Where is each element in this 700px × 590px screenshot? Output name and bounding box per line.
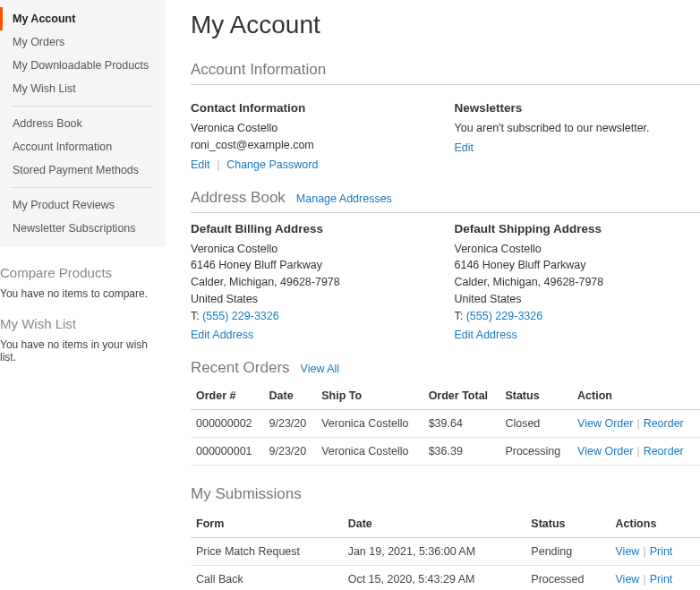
- billing-country: United States: [191, 291, 437, 308]
- col-date: Date: [343, 510, 526, 538]
- reorder-link[interactable]: Reorder: [644, 417, 684, 430]
- reorder-link[interactable]: Reorder: [644, 445, 684, 457]
- view-order-link[interactable]: View Order: [577, 445, 633, 457]
- view-submission-link[interactable]: View: [616, 573, 640, 586]
- shipping-street: 6146 Honey Bluff Parkway: [455, 257, 701, 274]
- page-title: My Account: [191, 11, 700, 39]
- edit-contact-link[interactable]: Edit: [191, 158, 210, 171]
- view-order-link[interactable]: View Order: [577, 417, 633, 430]
- billing-phone-label: T:: [191, 310, 202, 322]
- col-date: Date: [264, 382, 317, 410]
- col-form: Form: [191, 510, 343, 538]
- col-status: Status: [499, 382, 572, 410]
- billing-street: 6146 Honey Bluff Parkway: [191, 257, 437, 274]
- recent-orders-table: Order # Date Ship To Order Total Status …: [191, 382, 700, 466]
- wishlist-empty: You have no items in your wish list.: [0, 338, 166, 363]
- nav-newsletter[interactable]: Newsletter Subscriptions: [0, 217, 166, 240]
- submission-form: Price Match Request: [191, 538, 343, 566]
- view-submission-link[interactable]: View: [616, 545, 640, 558]
- compare-block: Compare Products You have no items to co…: [0, 265, 166, 300]
- order-id: 000000001: [191, 438, 264, 466]
- order-status: Closed: [499, 410, 572, 438]
- billing-name: Veronica Costello: [191, 241, 437, 258]
- nav-divider: [13, 187, 153, 188]
- submissions-table: Form Date Status Actions Price Match Req…: [191, 510, 700, 590]
- compare-title: Compare Products: [0, 265, 166, 280]
- account-info-heading: Account Information: [191, 61, 700, 85]
- order-date: 9/23/20: [264, 410, 317, 438]
- col-action: Action: [572, 382, 700, 410]
- order-row: 000000002 9/23/20 Veronica Costello $39.…: [191, 410, 700, 438]
- shipping-phone[interactable]: (555) 229-3326: [466, 310, 542, 322]
- nav-account-info[interactable]: Account Information: [0, 135, 166, 158]
- billing-city: Calder, Michigan, 49628-7978: [191, 274, 437, 291]
- submission-date: Oct 15, 2020, 5:43:29 AM: [343, 566, 526, 590]
- col-actions: Actions: [610, 510, 701, 538]
- nav-my-account[interactable]: My Account: [0, 7, 166, 30]
- newsletter-title: Newsletters: [455, 101, 701, 115]
- order-total: $36.39: [423, 438, 500, 466]
- order-status: Processing: [499, 438, 572, 466]
- submission-status: Processed: [525, 566, 610, 590]
- nav-reviews[interactable]: My Product Reviews: [0, 193, 166, 217]
- sidebar-nav: My Account My Orders My Downloadable Pro…: [0, 0, 166, 247]
- order-shipto: Veronica Costello: [316, 438, 423, 466]
- submission-row: Price Match Request Jan 19, 2021, 5:36:0…: [191, 538, 700, 566]
- billing-phone[interactable]: (555) 229-3326: [202, 310, 278, 322]
- order-id: 000000002: [191, 410, 264, 438]
- separator: |: [643, 573, 645, 586]
- billing-title: Default Billing Address: [191, 222, 437, 235]
- wishlist-title: My Wish List: [0, 316, 166, 331]
- shipping-title: Default Shipping Address: [455, 222, 701, 235]
- col-total: Order Total: [423, 382, 500, 410]
- col-order: Order #: [191, 382, 264, 410]
- wishlist-block: My Wish List You have no items in your w…: [0, 316, 166, 363]
- nav-payment-methods[interactable]: Stored Payment Methods: [0, 158, 166, 182]
- contact-name: Veronica Costello: [191, 120, 437, 137]
- submission-form: Call Back: [191, 566, 343, 590]
- nav-downloads[interactable]: My Downloadable Products: [0, 54, 166, 77]
- sidebar: My Account My Orders My Downloadable Pro…: [0, 0, 166, 590]
- separator: |: [217, 158, 219, 171]
- order-row: 000000001 9/23/20 Veronica Costello $36.…: [191, 438, 700, 466]
- col-shipto: Ship To: [316, 382, 423, 410]
- shipping-address-block: Default Shipping Address Veronica Costel…: [455, 213, 701, 342]
- main-content: My Account Account Information Contact I…: [166, 0, 700, 590]
- billing-address-block: Default Billing Address Veronica Costell…: [191, 213, 437, 342]
- separator: |: [636, 417, 639, 430]
- shipping-city: Calder, Michigan, 49628-7978: [455, 274, 701, 291]
- change-password-link[interactable]: Change Password: [226, 158, 318, 171]
- submission-date: Jan 19, 2021, 5:36:00 AM: [343, 538, 526, 566]
- print-submission-link[interactable]: Print: [650, 573, 673, 586]
- nav-divider: [13, 106, 153, 107]
- view-all-orders-link[interactable]: View All: [301, 363, 340, 375]
- newsletter-block: Newsletters You aren't subscribed to our…: [455, 92, 701, 171]
- shipping-name: Veronica Costello: [455, 241, 701, 258]
- submissions-heading: My Submissions: [191, 485, 700, 503]
- nav-my-orders[interactable]: My Orders: [0, 30, 166, 54]
- print-submission-link[interactable]: Print: [650, 545, 673, 558]
- edit-shipping-link[interactable]: Edit Address: [455, 329, 517, 341]
- separator: |: [643, 545, 645, 558]
- contact-email: roni_cost@example.com: [191, 137, 437, 154]
- separator: |: [636, 445, 639, 457]
- recent-orders-heading: Recent Orders: [191, 359, 290, 377]
- manage-addresses-link[interactable]: Manage Addresses: [296, 192, 392, 205]
- order-total: $39.64: [423, 410, 500, 438]
- order-date: 9/23/20: [264, 438, 317, 466]
- nav-wishlist[interactable]: My Wish List: [0, 77, 166, 100]
- shipping-phone-label: T:: [455, 310, 466, 322]
- address-book-heading: Address Book: [191, 189, 286, 207]
- submission-row: Call Back Oct 15, 2020, 5:43:29 AM Proce…: [191, 566, 700, 590]
- order-shipto: Veronica Costello: [316, 410, 423, 438]
- col-status: Status: [525, 510, 610, 538]
- compare-empty: You have no items to compare.: [0, 287, 166, 300]
- contact-info-title: Contact Information: [191, 101, 437, 115]
- nav-address-book[interactable]: Address Book: [0, 112, 166, 135]
- edit-newsletter-link[interactable]: Edit: [455, 141, 474, 154]
- submission-status: Pending: [525, 538, 610, 566]
- edit-billing-link[interactable]: Edit Address: [191, 329, 253, 341]
- shipping-country: United States: [455, 291, 701, 308]
- contact-info-block: Contact Information Veronica Costello ro…: [191, 92, 437, 171]
- newsletter-text: You aren't subscribed to our newsletter.: [455, 120, 701, 137]
